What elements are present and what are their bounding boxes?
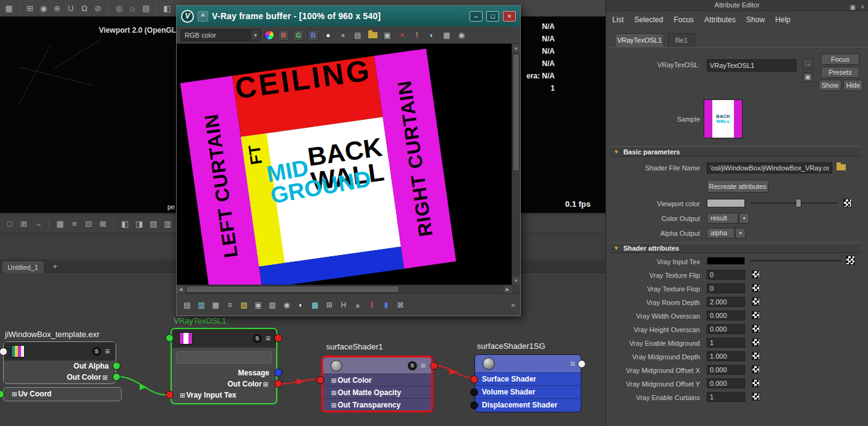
color-correction-icon[interactable]: ◐ (426, 30, 437, 41)
vfb-tool-icon[interactable]: ‖ (366, 299, 377, 311)
map-button[interactable] (752, 270, 760, 278)
menu-grid-icon[interactable]: ▦ (3, 2, 15, 14)
construction-history-icon[interactable]: ◎ (113, 2, 125, 14)
ne-simple-view-icon[interactable]: ▥ (162, 218, 174, 230)
menu-attributes[interactable]: Attributes (704, 15, 736, 24)
ne-create-node-icon[interactable]: ⊞ (18, 218, 30, 230)
section-collapse-icon[interactable]: ▼ (613, 245, 619, 251)
vfb-tool-icon[interactable]: ▥ (196, 299, 207, 311)
presets-button[interactable]: Presets (821, 67, 859, 78)
shader-file-field[interactable] (707, 162, 832, 173)
map-button[interactable] (752, 298, 760, 306)
make-live-icon[interactable]: ⊘ (92, 2, 104, 14)
chevron-down-icon[interactable]: ▾ (735, 228, 746, 238)
map-button[interactable] (752, 379, 760, 387)
scroll-right-icon[interactable]: ▶ (504, 285, 512, 293)
surface-shader-node[interactable]: S ≡ ⊞Out Color ⊞Out Matte Opacity ⊞Out T… (321, 356, 433, 412)
swatch-badge-icon[interactable]: S (408, 361, 417, 370)
expand-plus-icon[interactable]: ⊞ (180, 392, 185, 399)
vfb-tool-icon[interactable]: ◐ (295, 299, 306, 311)
shading-group-node[interactable]: ≡ Surface Shader Volume Shader Displacem… (474, 354, 581, 412)
collapse-toolbar-icon[interactable]: ^ (198, 11, 208, 22)
menu-show[interactable]: Show (746, 15, 765, 24)
port-surface-shader[interactable] (470, 375, 478, 383)
ne-output-connections-icon[interactable]: ◨ (133, 218, 145, 230)
file-node[interactable]: S ≡ Out Alpha Out Color⊞ (3, 341, 116, 384)
expand-plus-icon[interactable]: ⊞ (103, 374, 107, 381)
section-collapse-icon[interactable]: ▼ (613, 149, 619, 155)
close-button[interactable]: × (503, 11, 516, 22)
section-shader-attributes[interactable]: ▼ Shader attributes (610, 243, 861, 253)
scroll-down-icon[interactable]: ▼ (512, 277, 520, 285)
vfb-tool-icon[interactable]: ▧ (238, 299, 250, 311)
chevron-down-icon[interactable]: ▾ (739, 213, 749, 223)
vfb-tool-icon[interactable]: ▤ (182, 299, 193, 311)
vfb-tool-icon[interactable]: ▮ (381, 299, 392, 311)
horizontal-scroll-thumb[interactable] (186, 286, 399, 293)
copy-tab-icon[interactable]: ▣ (803, 72, 813, 82)
map-button[interactable] (752, 325, 760, 333)
vray-texture-flip-field[interactable] (707, 270, 745, 280)
tab-vraytexosl1[interactable]: VRayTexOSL1 (615, 33, 664, 47)
add-tab-button[interactable]: + (49, 261, 61, 273)
snap-projected-center-icon[interactable]: U (65, 2, 77, 14)
port-out-color[interactable] (112, 373, 120, 381)
clear-image-icon[interactable]: × (397, 30, 408, 41)
ne-select-tool-icon[interactable]: □ (4, 218, 15, 230)
port-volume-shader[interactable] (470, 388, 478, 396)
file-node-header[interactable]: S ≡ (4, 342, 116, 361)
viewport-color-swatch[interactable] (707, 199, 745, 207)
ipr-render-icon[interactable]: ▤ (140, 2, 152, 14)
map-button[interactable] (752, 338, 760, 346)
vray-enable-curtains-field[interactable] (707, 392, 745, 402)
pane-layout-single-icon[interactable]: ◧ (161, 2, 173, 14)
vray-midground-depth-field[interactable] (707, 351, 745, 361)
viewport-color-map-button[interactable] (843, 199, 852, 207)
port-sg-out[interactable] (578, 360, 586, 368)
show-button[interactable]: Show (819, 80, 841, 91)
section-basic-parameters[interactable]: ▼ Basic parameters (610, 146, 861, 157)
shader-out-color-row[interactable]: ⊞Out Color (323, 374, 431, 386)
menu-selected[interactable]: Selected (634, 15, 664, 24)
scroll-up-icon[interactable]: ▲ (512, 44, 520, 52)
blue-channel-button[interactable]: B (308, 30, 319, 41)
channel-select-dropdown[interactable]: RGB color ▾ (180, 29, 261, 41)
node-editor-tab-untitled[interactable]: Untitled_1 (1, 261, 44, 273)
render-region-icon[interactable]: ▦ (441, 30, 452, 41)
vray-midground-offset-y-field[interactable] (707, 378, 745, 388)
snap-point-icon[interactable]: ⊕ (51, 2, 63, 14)
maximize-button[interactable]: □ (486, 11, 499, 22)
uv-coord-row[interactable]: ⊞Uv Coord (4, 388, 121, 401)
vfb-titlebar[interactable]: V ^ V-Ray frame buffer - [100% of 960 x … (177, 6, 520, 27)
vfb-tool-icon[interactable]: ⊠ (395, 299, 406, 311)
expand-plus-icon[interactable]: ⊞ (331, 390, 336, 396)
close-panel-icon[interactable]: × (861, 2, 864, 12)
color-output-dropdown[interactable]: result (707, 213, 738, 223)
vfb-tool-icon[interactable]: H (338, 299, 349, 311)
render-view-icon[interactable]: ⌂ (127, 2, 138, 14)
port-vray-input-tex[interactable] (166, 391, 174, 399)
minimize-button[interactable]: – (470, 11, 482, 22)
scroll-left-icon[interactable]: ◀ (177, 285, 185, 293)
vfb-tool-icon[interactable]: ≡ (224, 299, 235, 311)
vray-input-tex-swatch[interactable] (707, 257, 745, 265)
ne-all-connections-icon[interactable]: ▤ (148, 218, 159, 230)
port-osl-out[interactable] (274, 334, 282, 342)
port-osl-in[interactable] (166, 334, 174, 342)
attribute-editor-titlebar[interactable]: Attribute Editor ▣ × (606, 0, 868, 11)
vertical-scrollbar[interactable]: ▲ ▼ (512, 44, 520, 285)
info-stamp-icon[interactable]: ! (411, 30, 423, 41)
sg-surface-row[interactable]: Surface Shader (475, 372, 581, 385)
port-displacement-shader[interactable] (470, 401, 478, 409)
map-button[interactable] (752, 393, 760, 401)
shader-node-header[interactable]: S ≡ (323, 357, 431, 374)
map-button[interactable] (752, 284, 760, 292)
menu-list[interactable]: List (612, 15, 624, 24)
horizontal-scrollbar[interactable]: ◀ ▶ (177, 285, 512, 293)
osl-node-header[interactable]: S ≡ (172, 329, 276, 348)
map-button[interactable] (752, 352, 760, 360)
file-out-alpha-row[interactable]: Out Alpha (4, 361, 116, 372)
swatch-badge-icon[interactable]: S (92, 347, 101, 356)
sample-swatch[interactable]: BACK WALL (704, 99, 743, 138)
copy-clipboard-icon[interactable]: ▣ (382, 30, 393, 41)
